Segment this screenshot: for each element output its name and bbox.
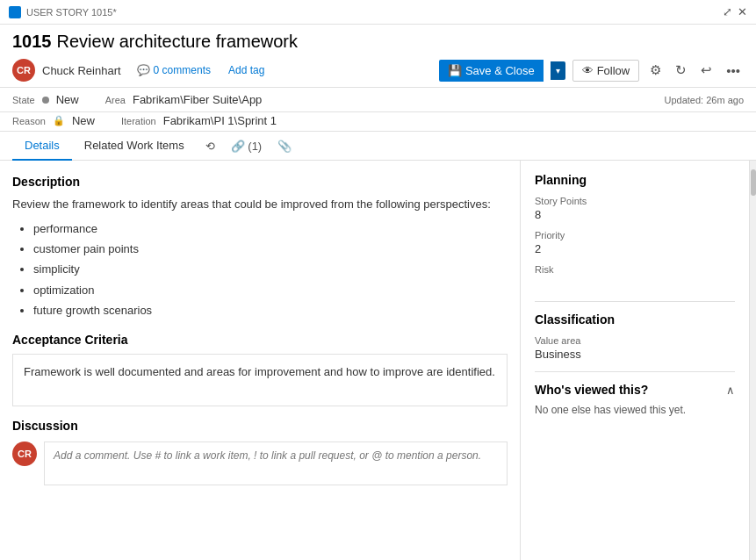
value-area-label: Value area [535,335,735,346]
author-name: Chuck Reinhart [42,64,121,77]
bullet-list: performance customer pain points simplic… [12,219,508,321]
description-intro: Review the framework to identify areas t… [12,196,508,213]
link-count: (1) [248,140,262,153]
divider-1 [535,301,735,302]
classification-title: Classification [535,312,735,327]
save-close-label: Save & Close [465,64,535,77]
list-item: performance [33,219,508,239]
iteration-label: Iteration [121,116,156,126]
links-button[interactable]: 🔗 (1) [224,134,270,158]
avatar: CR [12,59,35,82]
work-item-title-row: 1015Review architecture framework [12,32,744,52]
app-icon [9,6,21,18]
header: 1015Review architecture framework CR Chu… [0,25,756,88]
reason-label: Reason [12,116,46,126]
settings-button[interactable]: ⚙ [646,59,665,82]
save-icon: 💾 [448,64,462,77]
title-bar: USER STORY 1015* ⤢ ✕ [0,0,756,25]
area-group: Area Fabrikam\Fiber Suite\App [105,93,263,106]
story-points-label: Story Points [535,196,735,206]
add-tag-button[interactable]: Add tag [223,62,270,78]
work-item-title: Review architecture framework [57,32,299,51]
undo-button[interactable]: ↩ [697,59,716,82]
list-item: customer pain points [33,239,508,259]
value-area-value: Business [535,348,735,361]
risk-label: Risk [535,264,735,275]
risk-value [535,276,735,291]
list-item: optimization [33,280,508,300]
acceptance-text: Framework is well documented and areas f… [12,354,508,406]
state-dot [42,97,49,104]
expand-icon[interactable]: ⤢ [723,5,732,18]
priority-value: 2 [535,242,735,255]
priority-label: Priority [535,230,735,241]
title-bar-left: USER STORY 1015* [9,6,117,18]
tabs-bar: Details Related Work Items ⟲ 🔗 (1) 📎 [0,132,756,161]
whos-viewed-text: No one else has viewed this yet. [535,404,735,416]
discussion-title: Discussion [12,419,508,433]
comment-area: CR [12,442,508,485]
iteration-value: Fabrikam\PI 1\Sprint 1 [163,114,277,127]
divider-2 [535,371,735,372]
refresh-button[interactable]: ↻ [672,59,690,82]
eye-icon: 👁 [582,64,594,77]
more-button[interactable]: ••• [723,60,744,82]
whos-viewed-header[interactable]: Who's viewed this? ∧ [535,383,735,397]
app-label: USER STORY 1015* [26,7,117,18]
whos-viewed-title: Who's viewed this? [535,383,648,397]
right-panel: Planning Story Points 8 Priority 2 Risk … [521,161,749,560]
follow-label: Follow [597,64,630,77]
acceptance-title: Acceptance Criteria [12,333,508,347]
left-panel: Description Review the framework to iden… [0,161,521,560]
description-title: Description [12,175,508,189]
iteration-group: Iteration Fabrikam\PI 1\Sprint 1 [121,114,277,127]
comment-avatar: CR [12,442,37,466]
reason-value: New [72,114,95,127]
content-area: Description Review the framework to iden… [0,161,756,560]
state-group: State New [12,93,79,106]
history-button[interactable]: ⟲ [198,134,222,158]
toolbar: CR Chuck Reinhart 💬 0 comments Add tag 💾… [12,59,744,82]
state-value: New [56,93,79,106]
list-item: simplicity [33,259,508,279]
state-label: State [12,95,35,105]
comment-icon: 💬 [137,64,150,76]
area-value: Fabrikam\Fiber Suite\App [133,93,262,106]
save-close-button[interactable]: 💾 Save & Close [439,60,544,82]
metadata-row-2: Reason 🔒 New Iteration Fabrikam\PI 1\Spr… [0,112,756,132]
scroll-thumb [751,169,756,196]
reason-group: Reason 🔒 New [12,114,95,127]
story-points-value: 8 [535,208,735,221]
metadata-row: State New Area Fabrikam\Fiber Suite\App … [0,88,756,112]
work-item-number: 1015 [12,32,52,51]
tab-details[interactable]: Details [12,132,72,161]
follow-button[interactable]: 👁 Follow [572,60,640,82]
list-item: future growth scenarios [33,300,508,320]
lock-icon: 🔒 [53,115,65,126]
discussion-section: Discussion CR [12,419,508,485]
comment-input[interactable] [44,442,508,485]
scroll-track[interactable] [749,161,756,560]
planning-title: Planning [535,173,735,187]
collapse-icon: ∧ [726,384,735,397]
area-label: Area [105,95,126,105]
comments-button[interactable]: 💬 0 comments [132,62,216,78]
save-close-dropdown[interactable]: ▾ [551,61,565,80]
updated-text: Updated: 26m ago [664,95,744,105]
close-icon[interactable]: ✕ [738,5,747,18]
tab-related[interactable]: Related Work Items [72,132,197,161]
attachment-button[interactable]: 📎 [270,134,299,158]
title-bar-right: ⤢ ✕ [723,5,747,18]
comment-count: 0 comments [154,64,211,76]
